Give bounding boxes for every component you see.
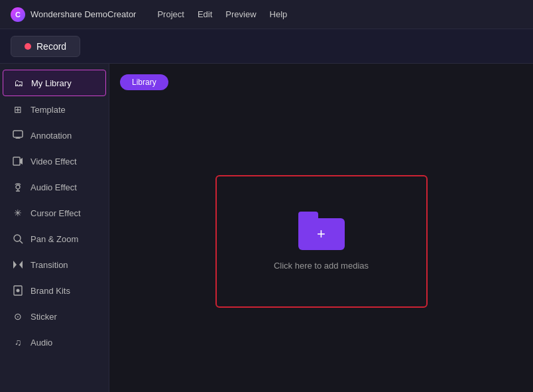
app-logo: C Wondershare DemoCreator xyxy=(11,7,136,22)
sidebar-label-sticker: Sticker xyxy=(30,312,57,322)
toolbar: Record xyxy=(0,29,533,64)
template-icon: ⊞ xyxy=(12,103,24,115)
sidebar-item-pan-zoom[interactable]: Pan & Zoom xyxy=(3,226,106,251)
sidebar-label-my-library: My Library xyxy=(31,78,72,88)
sidebar-item-sticker[interactable]: ⊙ Sticker xyxy=(3,304,106,329)
audio-effect-icon xyxy=(12,181,24,193)
sidebar-label-template: Template xyxy=(30,105,66,115)
menu-help[interactable]: Help xyxy=(270,9,288,19)
svg-marker-6 xyxy=(19,261,23,269)
menu-preview[interactable]: Preview xyxy=(225,9,256,19)
sidebar-item-cursor-effect[interactable]: ✳ Cursor Effect xyxy=(3,200,106,226)
sidebar-label-annotation: Annotation xyxy=(30,131,72,141)
menu-project[interactable]: Project xyxy=(157,9,184,19)
svg-point-2 xyxy=(16,185,20,189)
my-library-icon: 🗂 xyxy=(13,77,25,89)
add-media-box[interactable]: + Click here to add medias xyxy=(215,175,428,308)
svg-point-8 xyxy=(17,289,20,293)
sidebar-label-pan-zoom: Pan & Zoom xyxy=(30,234,78,244)
audio-icon: ♫ xyxy=(12,336,24,348)
transition-icon xyxy=(12,259,24,271)
sidebar-label-cursor-effect: Cursor Effect xyxy=(30,208,81,218)
record-label: Record xyxy=(36,41,66,52)
cursor-effect-icon: ✳ xyxy=(12,207,24,219)
record-dot-icon xyxy=(25,43,31,50)
content-tabs: Library xyxy=(120,74,522,90)
record-button[interactable]: Record xyxy=(11,36,80,57)
sidebar-label-brand-kits: Brand Kits xyxy=(30,286,70,296)
svg-marker-5 xyxy=(13,261,17,269)
folder-body: + xyxy=(298,218,345,250)
sidebar-item-my-library[interactable]: 🗂 My Library xyxy=(3,70,106,96)
sidebar-label-transition: Transition xyxy=(30,260,68,270)
add-media-text: Click here to add medias xyxy=(274,261,369,271)
sidebar-item-audio-effect[interactable]: Audio Effect xyxy=(3,174,106,200)
menu-edit[interactable]: Edit xyxy=(198,9,212,19)
sidebar-item-brand-kits[interactable]: Brand Kits xyxy=(3,278,106,303)
tab-library[interactable]: Library xyxy=(120,74,168,90)
sidebar-item-transition[interactable]: Transition xyxy=(3,252,106,277)
app-name: Wondershare DemoCreator xyxy=(30,9,136,19)
brand-kits-icon xyxy=(12,285,24,296)
sidebar-item-template[interactable]: ⊞ Template xyxy=(3,97,106,122)
annotation-icon xyxy=(12,129,24,141)
titlebar: C Wondershare DemoCreator Project Edit P… xyxy=(0,0,533,29)
svg-rect-1 xyxy=(13,157,20,165)
sidebar: 🗂 My Library ⊞ Template Annotation Video… xyxy=(0,64,109,392)
sidebar-label-audio-effect: Audio Effect xyxy=(30,182,77,192)
main-layout: 🗂 My Library ⊞ Template Annotation Video… xyxy=(0,64,533,392)
svg-point-3 xyxy=(14,235,21,241)
svg-line-4 xyxy=(20,241,23,243)
sidebar-item-annotation[interactable]: Annotation xyxy=(3,123,106,148)
sticker-icon: ⊙ xyxy=(12,310,24,322)
pan-zoom-icon xyxy=(12,233,24,245)
sidebar-item-video-effect[interactable]: Video Effect xyxy=(3,149,106,174)
menu-bar: Project Edit Preview Help xyxy=(157,9,287,19)
sidebar-label-video-effect: Video Effect xyxy=(30,157,77,166)
content-area: Library + Click here to add medias xyxy=(109,64,533,392)
video-effect-icon xyxy=(12,155,24,167)
folder-plus-icon: + xyxy=(317,227,326,241)
svg-rect-0 xyxy=(13,131,23,137)
sidebar-item-audio[interactable]: ♫ Audio xyxy=(3,330,106,355)
media-area: + Click here to add medias xyxy=(120,101,522,381)
folder-icon: + xyxy=(298,212,345,250)
sidebar-label-audio: Audio xyxy=(30,338,52,348)
app-logo-icon: C xyxy=(11,7,25,22)
